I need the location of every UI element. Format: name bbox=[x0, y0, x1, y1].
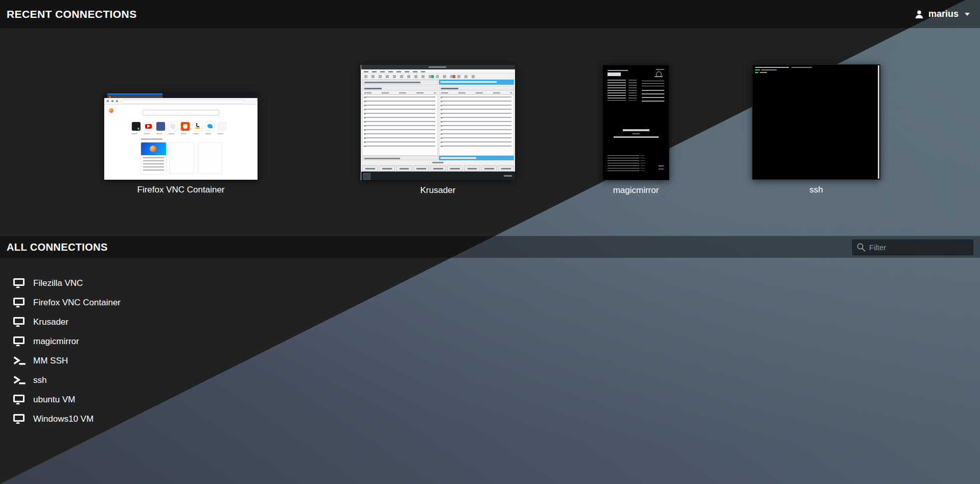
monitor-icon bbox=[13, 278, 26, 289]
recent-connection-label: magicmirror bbox=[613, 185, 659, 196]
twitter-tile bbox=[205, 122, 214, 131]
recent-connection-magicmirror[interactable]: magicmirror bbox=[602, 65, 669, 180]
reddit-tile bbox=[181, 122, 190, 131]
reddit-face bbox=[183, 124, 188, 129]
fkey-button bbox=[430, 165, 446, 172]
recent-connection-label: Firefox VNC Container bbox=[137, 185, 224, 195]
pocket-card-placeholder bbox=[197, 142, 222, 174]
terminal-green-dot bbox=[137, 128, 139, 130]
connection-label: Firefox VNC Container bbox=[33, 298, 121, 308]
krusader-thumbnail bbox=[361, 65, 515, 180]
terminal-icon bbox=[13, 375, 26, 386]
monitor-icon bbox=[13, 297, 26, 308]
wikipedia-globe bbox=[170, 124, 176, 129]
fkey-button bbox=[396, 165, 412, 172]
mm-calendar-times bbox=[628, 80, 637, 101]
connection-item-ssh[interactable]: ssh bbox=[0, 371, 307, 390]
connection-item-krusader[interactable]: Krusader bbox=[0, 312, 307, 332]
fkey-button bbox=[413, 165, 429, 172]
mm-weather-icon bbox=[656, 71, 662, 77]
krusader-toolbar bbox=[361, 74, 515, 80]
mm-news-table bbox=[608, 155, 639, 172]
pocket-card-text bbox=[143, 157, 164, 172]
youtube-play-icon bbox=[147, 125, 150, 128]
fkey-button bbox=[481, 165, 497, 172]
terminal-text-line bbox=[761, 69, 777, 70]
mm-weather-temp bbox=[656, 69, 664, 70]
monitor-icon bbox=[13, 317, 26, 328]
filter-box bbox=[852, 239, 973, 255]
user-menu-button[interactable]: marius bbox=[915, 9, 970, 19]
file-rows bbox=[442, 96, 511, 150]
connection-item-filezilla-vnc[interactable]: Filezilla VNC bbox=[0, 274, 307, 293]
mm-footer-text bbox=[659, 165, 664, 166]
top-header-bar: RECENT CONNECTIONS marius bbox=[0, 0, 980, 28]
recent-connection-ssh[interactable]: ssh bbox=[752, 64, 880, 180]
monitor-icon bbox=[13, 336, 26, 347]
mm-compliment-text bbox=[614, 136, 659, 138]
mm-compliment-sub bbox=[632, 133, 640, 134]
krusader-right-address-bar-selected bbox=[439, 80, 514, 85]
connection-item-windows10-vm[interactable]: Windows10 VM bbox=[0, 409, 307, 429]
fkey-button bbox=[447, 165, 463, 172]
terminal-prompt-green bbox=[755, 72, 758, 73]
recent-connection-firefox-vnc-container[interactable]: Firefox VNC Container bbox=[104, 93, 258, 180]
file-icons-column bbox=[440, 96, 442, 150]
right-pane-file-list bbox=[439, 94, 514, 156]
monitor-icon bbox=[13, 394, 26, 405]
recent-connection-krusader[interactable]: Krusader bbox=[361, 65, 515, 180]
pocket-card-placeholder bbox=[169, 142, 194, 174]
connection-label: MM SSH bbox=[33, 356, 68, 366]
empty-tile bbox=[218, 122, 226, 131]
krusader-menu-bar bbox=[361, 69, 515, 74]
firefox-logo-icon bbox=[109, 108, 113, 113]
connection-label: Krusader bbox=[33, 317, 68, 327]
filter-input[interactable] bbox=[852, 239, 973, 255]
magicmirror-thumbnail bbox=[602, 65, 669, 180]
connection-label: Filezilla VNC bbox=[33, 278, 83, 288]
connection-item-mm-ssh[interactable]: MM SSH bbox=[0, 351, 307, 371]
toolbar-red-icon bbox=[452, 75, 455, 78]
right-pane-header bbox=[439, 86, 514, 90]
connection-label: Windows10 VM bbox=[33, 414, 94, 424]
connection-item-firefox-vnc-container[interactable]: Firefox VNC Container bbox=[0, 293, 307, 312]
left-pane-header bbox=[362, 86, 438, 90]
mm-calendar-events bbox=[608, 80, 626, 101]
firefox-nav-bar bbox=[104, 98, 258, 105]
connection-item-ubuntu-vm[interactable]: ubuntu VM bbox=[0, 390, 307, 409]
desktop-taskbar bbox=[361, 172, 515, 180]
mm-month-calendar bbox=[642, 90, 664, 102]
terminal-scrollbar bbox=[878, 65, 879, 179]
wikipedia-tile bbox=[169, 122, 177, 131]
fkey-button bbox=[464, 165, 480, 172]
all-connections-header-bar: ALL CONNECTIONS bbox=[0, 236, 980, 258]
left-pane-status-bar bbox=[362, 156, 438, 160]
mm-footer-text2 bbox=[659, 168, 664, 170]
connection-item-magicmirror[interactable]: magicmirror bbox=[0, 332, 307, 351]
username-label: marius bbox=[928, 9, 959, 19]
twitter-bird bbox=[207, 124, 213, 128]
krusader-title-bar bbox=[361, 65, 515, 69]
fkey-button bbox=[379, 165, 395, 172]
tile-captions bbox=[132, 133, 226, 134]
youtube-tile bbox=[144, 122, 153, 131]
right-pane-columns bbox=[439, 90, 514, 94]
terminal-icon bbox=[13, 355, 26, 367]
amazon-smile bbox=[195, 127, 200, 129]
firefox-thumbnail bbox=[104, 93, 258, 180]
terminal-prompt-green bbox=[755, 69, 760, 70]
recent-connection-label: ssh bbox=[809, 185, 823, 195]
firefox-search-bar bbox=[143, 110, 219, 115]
mm-news-values bbox=[641, 155, 645, 172]
pocket-heading bbox=[141, 138, 162, 140]
monitor-icon bbox=[13, 414, 26, 425]
connection-list: Filezilla VNC Firefox VNC Container Krus… bbox=[0, 274, 307, 429]
right-pane-status-bar-selected bbox=[439, 156, 514, 160]
file-rows bbox=[366, 96, 435, 150]
left-pane-columns bbox=[362, 90, 438, 94]
firefox-newtab-page bbox=[104, 105, 258, 180]
terminal-cursor-line bbox=[760, 72, 767, 73]
firefox-tab-bar bbox=[104, 93, 258, 98]
search-icon bbox=[856, 243, 866, 252]
mm-clock bbox=[608, 72, 621, 76]
